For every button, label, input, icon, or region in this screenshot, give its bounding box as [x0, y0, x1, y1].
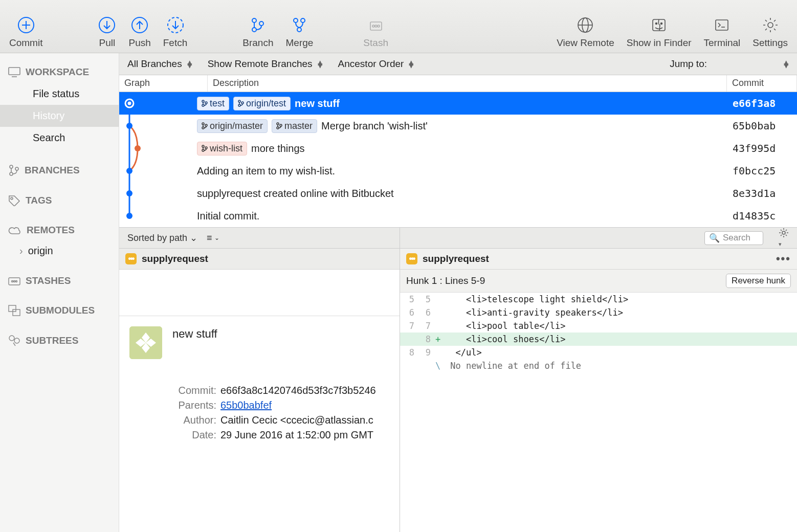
svg-point-59 [205, 124, 207, 126]
svg-point-35 [12, 281, 13, 282]
jump-to[interactable]: Jump to: ▴▾ [670, 58, 789, 70]
fetch-button[interactable]: Fetch [163, 16, 188, 49]
sidebar-section-submodules[interactable]: SUBMODULES [0, 299, 119, 321]
stash-button[interactable]: Stash [363, 16, 388, 49]
col-commit[interactable]: Commit [727, 75, 797, 92]
sidebar-section-branches[interactable]: BRANCHES [0, 158, 119, 182]
diff-pane-toolbar: 🔍 Search ▾ [400, 228, 797, 249]
svg-point-41 [14, 338, 19, 343]
col-graph[interactable]: Graph [119, 75, 208, 92]
commit-row[interactable]: Adding an item to my wish-list.f0bcc25 [119, 160, 797, 182]
value-commit: e66f3a8c1420746d53f3c7f3b5246 [220, 385, 376, 396]
search-icon: 🔍 [709, 233, 720, 243]
commit-hash: 65b0bab [733, 120, 797, 132]
file-actions-button[interactable]: ••• [776, 252, 791, 265]
commit-row[interactable]: supplyrequest created online with Bitbuc… [119, 182, 797, 205]
stepper-icon: ▴▾ [318, 61, 323, 67]
settings-button[interactable]: Settings [752, 16, 788, 49]
terminal-button[interactable]: Terminal [704, 16, 741, 49]
branch-tag[interactable]: master [272, 119, 317, 133]
commit-list: testorigin/testnew stuffe66f3a8origin/ma… [119, 92, 797, 227]
sidebar-remote-origin[interactable]: › origin [0, 241, 119, 261]
svg-point-36 [14, 281, 15, 282]
merge-icon [290, 16, 308, 34]
svg-point-61 [277, 127, 279, 129]
diff-search-input[interactable]: 🔍 Search [704, 231, 763, 245]
tag-icon [8, 195, 20, 206]
diff-content: 55 <li>telescope light shield</li>66 <li… [400, 293, 797, 372]
diff-line[interactable]: 55 <li>telescope light shield</li> [400, 293, 797, 306]
toolbar-label: Push [128, 37, 150, 49]
label-date: Date: [129, 429, 220, 441]
hunk-header: Hunk 1 : Lines 5-9 Reverse hunk [400, 270, 797, 293]
view-mode-dropdown[interactable]: ≡ ⌄ [207, 233, 219, 243]
pull-button[interactable]: Pull [98, 16, 116, 49]
svg-point-52 [202, 104, 204, 106]
diff-line[interactable]: 66 <li>anti-gravity speakers</li> [400, 306, 797, 319]
push-button[interactable]: Push [128, 16, 150, 49]
svg-line-42 [13, 343, 15, 346]
toolbar-label: Terminal [704, 37, 741, 49]
commit-row[interactable]: origin/mastermasterMerge branch 'wish-li… [119, 115, 797, 137]
value-author: Caitlin Cecic <ccecic@atlassian.c [220, 414, 373, 426]
cloud-icon [8, 226, 21, 235]
parent-link[interactable]: 65b0babfef [220, 400, 272, 411]
branch-tag[interactable]: origin/test [233, 97, 291, 110]
remote-filter[interactable]: Show Remote Branches ▴▾ [208, 58, 323, 70]
svg-point-58 [202, 127, 204, 129]
subtree-icon [8, 335, 20, 347]
svg-point-31 [10, 172, 13, 175]
sidebar-item-history[interactable]: History [0, 105, 119, 127]
svg-point-9 [252, 18, 256, 23]
diff-line[interactable]: 89 </ul> [400, 346, 797, 359]
toolbar-label: Commit [9, 37, 42, 49]
toolbar-label: Stash [363, 37, 388, 49]
arrow-up-circle-icon [130, 16, 149, 34]
order-filter[interactable]: Ancestor Order ▴▾ [338, 58, 414, 70]
stepper-icon: ▴▾ [187, 61, 192, 67]
diff-line[interactable]: 77 <li>pool table</li> [400, 319, 797, 332]
col-description[interactable]: Description [208, 75, 727, 92]
commit-button[interactable]: Commit [9, 16, 42, 49]
sort-dropdown[interactable]: Sorted by path ⌄ [127, 232, 197, 243]
label-commit: Commit: [129, 385, 220, 396]
toolbar-label: Merge [286, 37, 314, 49]
branch-tag[interactable]: wish-list [197, 142, 247, 156]
show-in-finder-button[interactable]: Show in Finder [627, 16, 692, 49]
diff-line[interactable]: \ No newline at end of file [400, 359, 797, 372]
view-remote-button[interactable]: View Remote [557, 16, 614, 49]
branch-glyph-icon [202, 100, 208, 107]
submodule-icon [8, 305, 20, 316]
diff-settings-button[interactable]: ▾ [779, 228, 789, 249]
commit-hash: d14835c [733, 210, 797, 222]
sidebar-item-file-status[interactable]: File status [0, 83, 119, 105]
svg-point-37 [16, 281, 17, 282]
sidebar-section-subtrees[interactable]: SUBTREES [0, 328, 119, 352]
svg-point-71 [782, 231, 785, 234]
branch-tag[interactable]: origin/master [197, 119, 268, 133]
sidebar-section-tags[interactable]: TAGS [0, 189, 119, 211]
merge-button[interactable]: Merge [286, 16, 314, 49]
svg-point-63 [202, 145, 204, 147]
branch-icon [8, 164, 19, 176]
sidebar-section-workspace[interactable]: WORKSPACE [0, 60, 119, 83]
file-header-left[interactable]: ••• supplyrequest [119, 249, 400, 270]
commit-row[interactable]: Initial commit.d14835c [119, 205, 797, 227]
sidebar: WORKSPACE File status History Search BRA… [0, 53, 119, 532]
sidebar-section-stashes[interactable]: STASHES [0, 269, 119, 292]
branch-button[interactable]: Branch [242, 16, 273, 49]
sidebar-section-remotes[interactable]: REMOTES [0, 218, 119, 241]
file-header-right[interactable]: ••• supplyrequest ••• [400, 249, 797, 270]
branch-glyph-icon [276, 122, 282, 129]
branches-filter[interactable]: All Branches ▴▾ [127, 58, 192, 70]
svg-point-18 [378, 25, 380, 27]
filter-bar: All Branches ▴▾ Show Remote Branches ▴▾ … [119, 53, 797, 75]
label-parents: Parents: [129, 400, 220, 411]
commit-row[interactable]: wish-listmore things43f995d [119, 137, 797, 160]
reverse-hunk-button[interactable]: Reverse hunk [726, 274, 791, 288]
branch-tag[interactable]: test [197, 97, 229, 110]
diff-line[interactable]: 8+ <li>cool shoes</li> [400, 332, 797, 346]
commit-row[interactable]: testorigin/testnew stuffe66f3a8 [119, 92, 797, 115]
gear-icon [761, 16, 780, 34]
sidebar-item-search[interactable]: Search [0, 127, 119, 149]
